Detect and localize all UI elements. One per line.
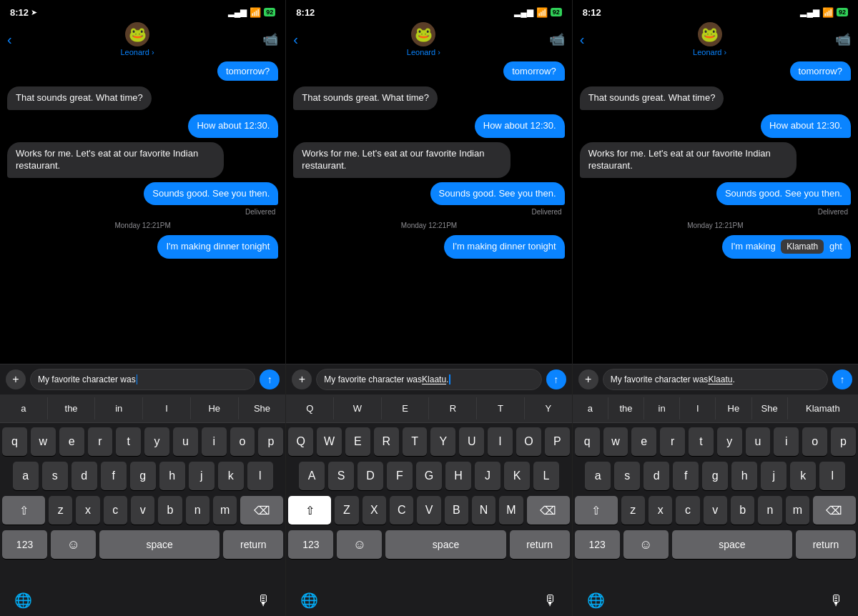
key-s3[interactable]: s bbox=[614, 462, 640, 490]
key-q3[interactable]: q bbox=[575, 427, 600, 456]
return-key-2[interactable]: return bbox=[510, 530, 570, 559]
key-l3[interactable]: l bbox=[819, 462, 845, 490]
key-f[interactable]: f bbox=[101, 462, 127, 490]
emoji-key-1[interactable]: ☺ bbox=[51, 530, 96, 559]
key-c[interactable]: c bbox=[104, 496, 127, 525]
globe-icon-1[interactable]: 🌐 bbox=[14, 592, 32, 609]
back-button-3[interactable]: ‹ bbox=[580, 31, 585, 48]
input-field-1[interactable]: My favorite character was bbox=[30, 369, 255, 390]
key-Q[interactable]: Q bbox=[288, 427, 313, 456]
key-h3[interactable]: h bbox=[731, 462, 757, 490]
key-u[interactable]: u bbox=[173, 427, 198, 456]
key-b[interactable]: b bbox=[158, 496, 182, 525]
key-H[interactable]: H bbox=[445, 462, 471, 490]
key-v[interactable]: v bbox=[131, 496, 154, 525]
back-button-1[interactable]: ‹ bbox=[7, 31, 12, 48]
key-T[interactable]: T bbox=[403, 427, 428, 456]
key-x[interactable]: x bbox=[76, 496, 99, 525]
shift-key-2[interactable]: ⇧ bbox=[288, 496, 331, 525]
key-o[interactable]: o bbox=[230, 427, 255, 456]
input-field-3[interactable]: My favorite character was Klaatu. bbox=[603, 369, 828, 390]
contact-header-3[interactable]: 🐸 Leonard › bbox=[693, 22, 726, 56]
key-I[interactable]: I bbox=[488, 427, 513, 456]
autocomplete-a[interactable]: a bbox=[0, 397, 48, 419]
send-button-2[interactable]: ↑ bbox=[546, 369, 566, 389]
key-F[interactable]: F bbox=[387, 462, 413, 490]
key-x3[interactable]: x bbox=[649, 496, 672, 525]
key-y3[interactable]: y bbox=[717, 427, 742, 456]
key-D[interactable]: D bbox=[358, 462, 383, 490]
video-button-3[interactable]: 📹 bbox=[835, 31, 851, 47]
autocomplete-R[interactable]: R bbox=[429, 397, 477, 419]
key-A[interactable]: A bbox=[299, 462, 325, 490]
autocomplete-She3[interactable]: She bbox=[752, 397, 788, 419]
space-key-3[interactable]: space bbox=[672, 530, 792, 559]
key-j[interactable]: j bbox=[189, 462, 214, 490]
key-b3[interactable]: b bbox=[731, 496, 754, 525]
plus-button-2[interactable]: + bbox=[292, 369, 312, 389]
key-J[interactable]: J bbox=[475, 462, 500, 490]
key-G[interactable]: G bbox=[416, 462, 442, 490]
autocomplete-Y[interactable]: Y bbox=[525, 397, 572, 419]
plus-button-1[interactable]: + bbox=[6, 369, 26, 389]
autocomplete-I[interactable]: I bbox=[143, 397, 191, 419]
key-g[interactable]: g bbox=[130, 462, 156, 490]
input-field-2[interactable]: My favorite character was Klaatu. bbox=[316, 369, 541, 390]
key-e3[interactable]: e bbox=[631, 427, 656, 456]
plus-button-3[interactable]: + bbox=[578, 369, 598, 389]
key-t[interactable]: t bbox=[116, 427, 141, 456]
autocomplete-the3[interactable]: the bbox=[608, 397, 644, 419]
autocomplete-Q[interactable]: Q bbox=[286, 397, 334, 419]
key-N[interactable]: N bbox=[472, 496, 495, 525]
key-w3[interactable]: w bbox=[603, 427, 628, 456]
delete-key-1[interactable]: ⌫ bbox=[240, 496, 283, 525]
back-button-2[interactable]: ‹ bbox=[293, 31, 298, 48]
key-Z[interactable]: Z bbox=[335, 496, 358, 525]
key-E[interactable]: E bbox=[345, 427, 370, 456]
num-key-3[interactable]: 123 bbox=[575, 530, 620, 559]
key-n3[interactable]: n bbox=[758, 496, 781, 525]
key-t3[interactable]: t bbox=[689, 427, 714, 456]
key-K[interactable]: K bbox=[504, 462, 530, 490]
key-p[interactable]: p bbox=[258, 427, 283, 456]
key-j3[interactable]: j bbox=[761, 462, 786, 490]
key-r3[interactable]: r bbox=[660, 427, 685, 456]
autocomplete-E[interactable]: E bbox=[382, 397, 430, 419]
autocomplete-a3[interactable]: a bbox=[573, 397, 608, 419]
key-i3[interactable]: i bbox=[774, 427, 799, 456]
key-Y[interactable]: Y bbox=[430, 427, 455, 456]
klamath-popup[interactable]: Klamath bbox=[781, 239, 824, 254]
mic-icon-2[interactable]: 🎙 bbox=[543, 592, 558, 609]
autocomplete-Klamath3[interactable]: Klamath bbox=[788, 397, 858, 419]
key-V[interactable]: V bbox=[417, 496, 440, 525]
space-key-1[interactable]: space bbox=[99, 530, 220, 559]
key-d3[interactable]: d bbox=[644, 462, 669, 490]
autocomplete-She[interactable]: She bbox=[239, 397, 286, 419]
globe-icon-3[interactable]: 🌐 bbox=[587, 592, 605, 609]
key-q[interactable]: q bbox=[2, 427, 27, 456]
send-button-1[interactable]: ↑ bbox=[260, 369, 280, 389]
delete-key-2[interactable]: ⌫ bbox=[527, 496, 570, 525]
video-button-2[interactable]: 📹 bbox=[549, 31, 565, 47]
key-e[interactable]: e bbox=[59, 427, 84, 456]
key-z[interactable]: z bbox=[49, 496, 72, 525]
key-r[interactable]: r bbox=[88, 427, 113, 456]
key-B[interactable]: B bbox=[445, 496, 468, 525]
shift-key-1[interactable]: ⇧ bbox=[2, 496, 45, 525]
key-U[interactable]: U bbox=[459, 427, 484, 456]
key-a[interactable]: a bbox=[13, 462, 39, 490]
contact-header-2[interactable]: 🐸 Leonard › bbox=[407, 22, 440, 56]
autocomplete-I3[interactable]: I bbox=[680, 397, 716, 419]
autocomplete-T[interactable]: T bbox=[477, 397, 525, 419]
key-m[interactable]: m bbox=[213, 496, 237, 525]
autocomplete-He3[interactable]: He bbox=[716, 397, 751, 419]
key-a3[interactable]: a bbox=[585, 462, 611, 490]
key-M[interactable]: M bbox=[499, 496, 523, 525]
key-p3[interactable]: p bbox=[831, 427, 856, 456]
key-m3[interactable]: m bbox=[786, 496, 809, 525]
key-w[interactable]: w bbox=[31, 427, 56, 456]
autocomplete-the[interactable]: the bbox=[48, 397, 96, 419]
key-n[interactable]: n bbox=[186, 496, 209, 525]
num-key-2[interactable]: 123 bbox=[288, 530, 333, 559]
key-C[interactable]: C bbox=[390, 496, 413, 525]
